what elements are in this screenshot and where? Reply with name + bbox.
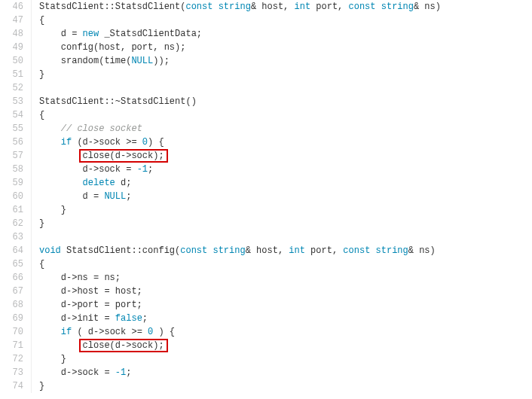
line-number: 68 <box>0 298 23 312</box>
code-token: if <box>61 137 72 148</box>
code-token: // close socket <box>61 123 142 134</box>
line-number: 65 <box>0 257 23 271</box>
code-token: ; <box>142 313 148 324</box>
code-token: _StatsdClientData; <box>99 29 202 39</box>
code-line: void StatsdClient::config(const string& … <box>39 244 532 257</box>
code-token: config(host, port, ns); <box>39 42 185 53</box>
code-token: ; <box>126 191 131 202</box>
code-line: d->init = false; <box>39 312 532 325</box>
line-number: 58 <box>0 163 23 176</box>
code-line: config(host, port, ns); <box>39 41 532 54</box>
code-line: close(d->sock); <box>39 339 532 352</box>
code-token: const <box>349 2 376 12</box>
line-number: 47 <box>0 14 23 27</box>
code-token: string <box>219 2 251 12</box>
code-token: d; <box>115 178 132 188</box>
code-token: StatsdClient::StatsdClient( <box>39 2 185 12</box>
line-number: 51 <box>0 68 23 81</box>
code-line: } <box>39 352 532 366</box>
code-token: { <box>39 110 44 120</box>
code-line: close(d->sock); <box>39 149 532 163</box>
code-token: & ns) <box>414 2 441 12</box>
code-token: ) { <box>148 137 164 148</box>
code-token <box>39 137 61 148</box>
line-number: 66 <box>0 271 23 285</box>
line-number: 50 <box>0 54 23 68</box>
code-token <box>212 2 218 12</box>
code-token: d->host = host; <box>39 286 142 297</box>
code-line: } <box>39 68 532 81</box>
code-line: } <box>39 217 532 230</box>
line-number: 59 <box>0 176 23 190</box>
line-number: 74 <box>0 379 23 393</box>
line-number: 53 <box>0 95 23 108</box>
code-line <box>39 230 532 244</box>
line-number: 57 <box>0 149 23 163</box>
code-token: & host, <box>246 245 289 256</box>
line-number: 52 <box>0 81 23 95</box>
code-line: { <box>39 14 532 27</box>
code-token: } <box>39 205 66 215</box>
code-token <box>39 178 83 188</box>
code-token: new <box>83 29 99 39</box>
code-token: close(d->sock); <box>79 339 168 352</box>
code-token: )); <box>153 56 170 66</box>
code-token <box>376 2 381 12</box>
code-token: int <box>294 2 310 12</box>
line-number: 55 <box>0 122 23 136</box>
code-token: 0 <box>142 137 148 148</box>
code-token: srandom(time( <box>39 56 131 66</box>
code-token <box>370 245 375 256</box>
code-token: StatsdClient::~StatsdClient() <box>39 96 197 107</box>
code-token: (d->sock >= <box>72 137 142 148</box>
code-token <box>39 151 83 161</box>
code-line: // close socket <box>39 122 532 136</box>
code-token: d->init = <box>39 313 115 324</box>
code-token: } <box>39 381 44 391</box>
code-token: StatsdClient::config( <box>61 245 180 256</box>
code-line: StatsdClient::~StatsdClient() <box>39 95 532 108</box>
code-token: { <box>39 259 44 270</box>
line-number: 73 <box>0 366 23 379</box>
code-content: StatsdClient::StatsdClient(const string&… <box>32 0 532 393</box>
code-token: d->sock = <box>39 164 137 175</box>
line-number: 72 <box>0 352 23 366</box>
code-token <box>39 340 83 351</box>
code-line: d->port = port; <box>39 298 532 312</box>
code-token: } <box>39 69 44 80</box>
code-line: StatsdClient::StatsdClient(const string&… <box>39 0 532 14</box>
code-line: d->sock = -1; <box>39 163 532 176</box>
line-number: 49 <box>0 41 23 54</box>
code-token: int <box>289 245 305 256</box>
code-token: close(d->sock); <box>79 149 168 163</box>
line-number: 71 <box>0 339 23 352</box>
line-number: 67 <box>0 285 23 298</box>
code-line: if ( d->sock >= 0 ) { <box>39 325 532 339</box>
code-token: d = <box>39 191 104 202</box>
code-line: d->host = host; <box>39 285 532 298</box>
code-token: if <box>61 327 72 337</box>
code-token: & ns) <box>408 245 436 256</box>
code-token: string <box>381 2 414 12</box>
code-token: ; <box>126 367 131 378</box>
line-number-gutter: 4647484950515253545556575859606162636465… <box>0 0 32 393</box>
line-number: 70 <box>0 325 23 339</box>
code-line: } <box>39 203 532 217</box>
code-line: if (d->sock >= 0) { <box>39 136 532 149</box>
code-line: { <box>39 257 532 271</box>
code-token: ; <box>148 164 153 175</box>
code-token <box>39 123 61 134</box>
code-line: delete d; <box>39 176 532 190</box>
code-token: string <box>376 245 408 256</box>
code-token: -1 <box>115 367 126 378</box>
line-number: 63 <box>0 230 23 244</box>
code-token: d->port = port; <box>39 300 142 310</box>
code-line: d = NULL; <box>39 190 532 203</box>
code-token: port, <box>305 245 343 256</box>
code-token: NULL <box>104 191 126 202</box>
line-number: 46 <box>0 0 23 14</box>
code-token: void <box>39 245 61 256</box>
line-number: 56 <box>0 136 23 149</box>
code-token: d = <box>39 29 83 39</box>
line-number: 61 <box>0 203 23 217</box>
